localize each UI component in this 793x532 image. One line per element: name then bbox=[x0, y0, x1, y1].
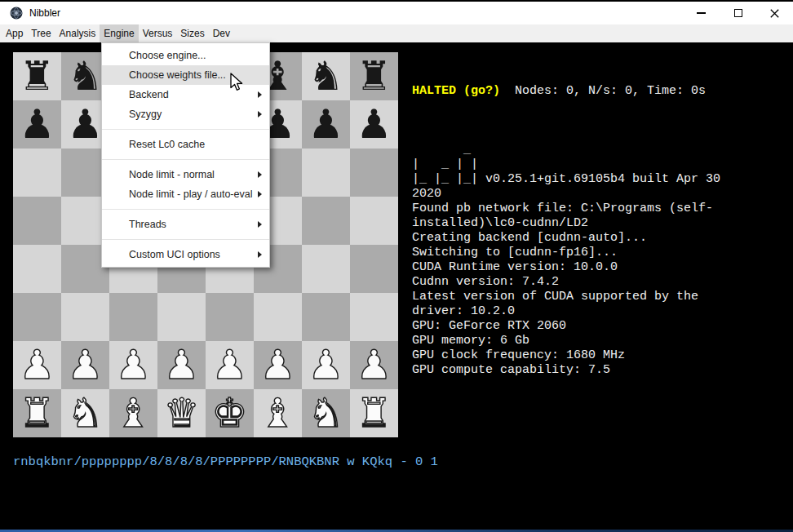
white-king-piece: ♚ bbox=[212, 389, 248, 437]
board-square-g3[interactable] bbox=[302, 293, 350, 341]
board-square-d1[interactable]: ♛ bbox=[157, 389, 206, 437]
board-square-g2[interactable]: ♟ bbox=[302, 341, 350, 389]
board-square-b2[interactable]: ♟ bbox=[61, 341, 109, 389]
black-pawn-piece: ♟ bbox=[308, 100, 344, 149]
close-button[interactable] bbox=[756, 2, 793, 24]
minimize-button[interactable] bbox=[683, 2, 720, 24]
engine-log-line: Creating backend [cudnn-auto]... bbox=[412, 231, 789, 246]
board-square-g7[interactable]: ♟ bbox=[302, 100, 350, 149]
engine-output-panel: HALTED (go?) Nodes: 0, N/s: 0, Time: 0s … bbox=[412, 55, 789, 407]
board-square-c1[interactable]: ♝ bbox=[109, 389, 157, 437]
board-square-a1[interactable]: ♜ bbox=[13, 389, 61, 437]
engine-menu-item-label: Choose weights file... bbox=[129, 69, 226, 81]
board-square-a2[interactable]: ♟ bbox=[13, 341, 61, 389]
engine-menu-item-node-limit-play-auto-eval[interactable]: Node limit - play / auto-eval bbox=[102, 184, 269, 204]
white-knight-piece: ♞ bbox=[308, 389, 344, 437]
black-pawn-piece: ♟ bbox=[357, 100, 392, 149]
board-square-g4[interactable] bbox=[302, 245, 350, 293]
submenu-arrow-icon bbox=[258, 191, 262, 197]
board-square-a7[interactable]: ♟ bbox=[13, 100, 61, 149]
board-square-d3[interactable] bbox=[157, 293, 206, 341]
app-icon bbox=[10, 7, 23, 20]
menubar-item-app[interactable]: App bbox=[2, 24, 27, 42]
black-knight-piece: ♞ bbox=[308, 52, 344, 100]
engine-log-line: GPU clock frequency: 1680 MHz bbox=[412, 348, 789, 363]
board-square-f3[interactable] bbox=[254, 293, 302, 341]
board-square-e1[interactable]: ♚ bbox=[206, 389, 254, 437]
engine-log-line: | _ | | bbox=[412, 157, 789, 172]
board-square-h8[interactable]: ♜ bbox=[350, 52, 398, 100]
status-halted-text: HALTED (go?) bbox=[412, 84, 500, 98]
app-window: Nibbler AppTreeAnalysisEngineVersusSizes… bbox=[0, 0, 793, 532]
black-pawn-piece: ♟ bbox=[20, 100, 55, 149]
board-square-b3[interactable] bbox=[61, 293, 109, 341]
engine-log-line: CUDA Runtime version: 10.0.0 bbox=[412, 260, 789, 275]
engine-menu-item-syzygy[interactable]: Syzygy bbox=[102, 104, 269, 124]
engine-menu-item-reset-lc0-cache[interactable]: Reset Lc0 cache bbox=[102, 135, 269, 154]
menubar-item-dev[interactable]: Dev bbox=[209, 24, 234, 42]
board-square-d2[interactable]: ♟ bbox=[157, 341, 206, 389]
board-square-a8[interactable]: ♜ bbox=[13, 52, 61, 100]
board-square-c2[interactable]: ♟ bbox=[109, 341, 157, 389]
board-square-g8[interactable]: ♞ bbox=[302, 52, 350, 100]
white-pawn-piece: ♟ bbox=[260, 341, 296, 389]
submenu-arrow-icon bbox=[258, 91, 262, 98]
white-pawn-piece: ♟ bbox=[68, 341, 104, 389]
white-pawn-piece: ♟ bbox=[116, 341, 152, 389]
menubar-item-sizes[interactable]: Sizes bbox=[176, 24, 208, 42]
board-square-c3[interactable] bbox=[109, 293, 157, 341]
board-square-e2[interactable]: ♟ bbox=[206, 341, 254, 389]
engine-log-line: GPU compute capability: 7.5 bbox=[412, 363, 789, 378]
title-bar: Nibbler bbox=[0, 0, 793, 24]
engine-menu-item-custom-uci-options[interactable]: Custom UCI options bbox=[102, 245, 269, 264]
engine-log-line: driver: 10.2.0 bbox=[412, 304, 789, 319]
menu-bar: AppTreeAnalysisEngineVersusSizesDev bbox=[0, 24, 793, 42]
menubar-item-tree[interactable]: Tree bbox=[27, 24, 55, 42]
engine-menu-item-label: Choose engine... bbox=[129, 50, 206, 61]
close-icon bbox=[770, 9, 779, 18]
black-rook-piece: ♜ bbox=[20, 52, 55, 100]
board-square-a4[interactable] bbox=[13, 245, 61, 293]
engine-log-line: Switching to [cudnn-fp16]... bbox=[412, 246, 789, 260]
engine-menu-item-label: Custom UCI options bbox=[129, 249, 220, 260]
board-square-a6[interactable] bbox=[13, 149, 61, 197]
engine-log-line: |_ |_ |_| v0.25.1+git.69105b4 built Apr … bbox=[412, 172, 789, 187]
board-square-h2[interactable]: ♟ bbox=[350, 341, 398, 389]
submenu-arrow-icon bbox=[258, 171, 262, 178]
engine-menu-item-label: Threads bbox=[129, 219, 166, 230]
board-square-f2[interactable]: ♟ bbox=[254, 341, 302, 389]
engine-log-line: Found pb network file: C:\Programs (self… bbox=[412, 202, 789, 216]
board-square-g5[interactable] bbox=[302, 197, 350, 245]
menubar-item-versus[interactable]: Versus bbox=[139, 24, 177, 42]
board-square-a3[interactable] bbox=[13, 293, 61, 341]
board-square-h5[interactable] bbox=[350, 197, 398, 245]
board-square-a5[interactable] bbox=[13, 197, 61, 245]
white-knight-piece: ♞ bbox=[68, 389, 104, 437]
window-title: Nibbler bbox=[29, 7, 60, 19]
menubar-item-analysis[interactable]: Analysis bbox=[55, 24, 100, 42]
board-square-h3[interactable] bbox=[350, 293, 398, 341]
engine-menu-item-node-limit-normal[interactable]: Node limit - normal bbox=[102, 165, 269, 184]
menubar-item-engine[interactable]: Engine bbox=[100, 24, 138, 42]
engine-menu-item-choose-engine[interactable]: Choose engine... bbox=[102, 46, 269, 65]
board-square-h7[interactable]: ♟ bbox=[350, 100, 398, 149]
white-pawn-piece: ♟ bbox=[212, 341, 248, 389]
board-square-h4[interactable] bbox=[350, 245, 398, 293]
board-square-g6[interactable] bbox=[302, 149, 350, 197]
board-square-b1[interactable]: ♞ bbox=[61, 389, 109, 437]
engine-status-line: HALTED (go?) Nodes: 0, N/s: 0, Time: 0s bbox=[412, 84, 789, 99]
board-square-h1[interactable]: ♜ bbox=[350, 389, 398, 437]
engine-menu-item-label: Node limit - normal bbox=[129, 169, 215, 180]
menu-separator bbox=[102, 209, 269, 210]
engine-log-line: Cudnn version: 7.4.2 bbox=[412, 275, 789, 290]
black-knight-piece: ♞ bbox=[68, 52, 104, 100]
board-square-e3[interactable] bbox=[206, 293, 254, 341]
board-square-g1[interactable]: ♞ bbox=[302, 389, 350, 437]
submenu-arrow-icon bbox=[258, 251, 262, 258]
board-square-h6[interactable] bbox=[350, 149, 398, 197]
menu-separator bbox=[102, 129, 269, 130]
maximize-button[interactable] bbox=[720, 2, 756, 24]
menu-separator bbox=[102, 159, 269, 160]
board-square-f1[interactable]: ♝ bbox=[254, 389, 302, 437]
engine-menu-item-threads[interactable]: Threads bbox=[102, 215, 269, 234]
